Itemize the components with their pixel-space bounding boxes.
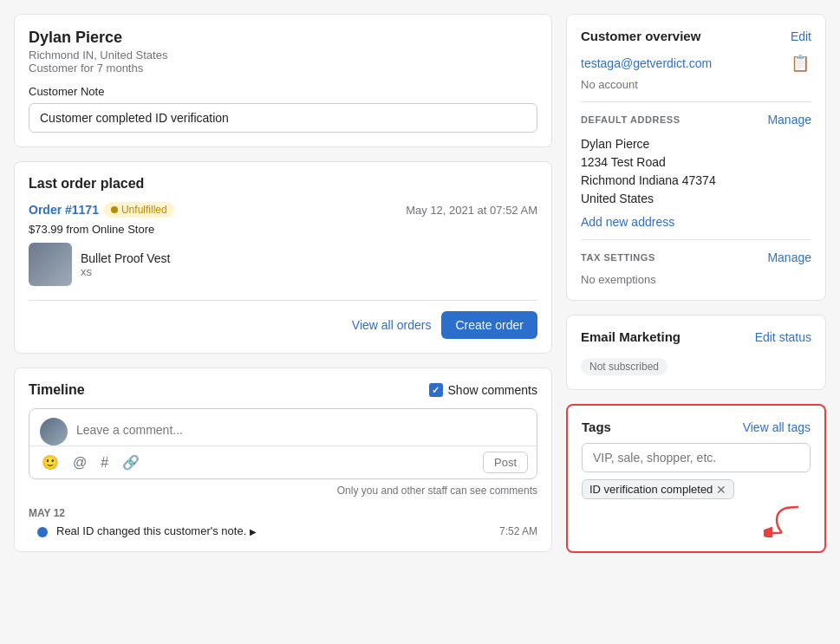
tags-title: Tags	[582, 420, 611, 434]
tag-remove-button[interactable]: ✕	[716, 484, 726, 496]
hashtag-button[interactable]: #	[97, 453, 112, 472]
timeline-event-row: Real ID changed this customer's note. ▶ …	[29, 524, 537, 537]
avatar-inner	[40, 418, 68, 446]
view-all-orders-link[interactable]: View all orders	[352, 318, 432, 332]
default-address-label: DEFAULT ADDRESS	[581, 114, 680, 125]
customer-location: Richmond IN, United States	[29, 49, 537, 62]
customer-overview-card: Customer overview Edit testaga@getverdic…	[566, 14, 826, 301]
address-section-header: DEFAULT ADDRESS Manage	[581, 113, 811, 127]
emoji-button[interactable]: 🙂	[38, 452, 62, 472]
unfulfilled-badge: Unfulfilled	[104, 202, 174, 218]
email-marketing-header: Email Marketing Edit status	[581, 329, 811, 344]
edit-customer-button[interactable]: Edit	[791, 29, 811, 43]
customer-overview-title: Customer overview	[581, 29, 700, 43]
email-marketing-card: Email Marketing Edit status Not subscrib…	[566, 315, 826, 390]
arrow-indicator	[582, 503, 807, 537]
order-product-row: Bullet Proof Vest xs	[29, 243, 537, 286]
manage-address-button[interactable]: Manage	[767, 113, 811, 127]
timeline-event-time: 7:52 AM	[499, 525, 537, 537]
timeline-card: Timeline Show comments 🙂 @ # 🔗	[14, 368, 552, 552]
copy-email-button[interactable]: 📋	[789, 52, 811, 75]
create-order-button[interactable]: Create order	[441, 311, 537, 339]
not-subscribed-badge: Not subscribed	[581, 358, 667, 375]
comment-toolbar: 🙂 @ # 🔗 Post	[29, 446, 537, 478]
timeline-dot	[37, 527, 48, 537]
last-order-card: Last order placed Order #1171 Unfulfille…	[14, 161, 552, 354]
view-all-tags-button[interactable]: View all tags	[743, 420, 811, 434]
mention-button[interactable]: @	[69, 453, 90, 472]
order-number-link[interactable]: Order #1171	[29, 203, 99, 217]
tags-card: Tags View all tags ID verification compl…	[566, 404, 826, 553]
comment-box: 🙂 @ # 🔗 Post	[29, 408, 537, 479]
tag-chip: ID verification completed ✕	[582, 479, 734, 499]
timeline-title: Timeline	[29, 382, 85, 398]
tax-settings-label: TAX SETTINGS	[581, 252, 655, 263]
tags-input[interactable]	[582, 443, 811, 472]
link-button[interactable]: 🔗	[119, 452, 143, 472]
comment-input[interactable]	[76, 418, 526, 442]
product-image	[29, 243, 72, 286]
badge-dot	[111, 206, 118, 213]
last-order-title: Last order placed	[29, 176, 537, 192]
tax-section-header: TAX SETTINGS Manage	[581, 250, 811, 264]
manage-tax-button[interactable]: Manage	[767, 250, 811, 264]
product-name: Bullet Proof Vest	[81, 251, 171, 265]
no-exemptions-text: No exemptions	[581, 273, 811, 286]
user-avatar	[40, 418, 68, 446]
customer-note-label: Customer Note	[29, 85, 537, 98]
customer-since: Customer for 7 months	[29, 62, 537, 75]
tags-header: Tags View all tags	[582, 420, 811, 434]
no-account-text: No account	[581, 78, 811, 91]
comment-hint: Only you and other staff can see comment…	[29, 485, 537, 497]
customer-info-card: Dylan Pierce Richmond IN, United States …	[14, 14, 552, 147]
timeline-event-text: Real ID changed this customer's note. ▶	[56, 524, 257, 537]
red-arrow-svg	[764, 503, 807, 537]
product-image-inner	[29, 243, 72, 286]
show-comments-label[interactable]: Show comments	[429, 383, 537, 397]
divider-1	[581, 101, 811, 102]
tags-chips-container: ID verification completed ✕	[582, 479, 811, 537]
order-card-actions: View all orders Create order	[29, 300, 537, 339]
product-size: xs	[81, 265, 171, 278]
customer-email-link[interactable]: testaga@getverdict.com	[581, 56, 712, 70]
customer-name: Dylan Pierce	[29, 29, 537, 47]
edit-status-button[interactable]: Edit status	[755, 330, 811, 344]
show-comments-checkbox[interactable]	[429, 383, 443, 397]
timeline-date-group: MAY 12	[29, 507, 537, 519]
customer-overview-header: Customer overview Edit	[581, 29, 811, 43]
order-date: May 12, 2021 at 07:52 AM	[406, 204, 537, 217]
post-button[interactable]: Post	[483, 452, 528, 473]
product-info: Bullet Proof Vest xs	[81, 251, 171, 278]
email-row: testaga@getverdict.com 📋	[581, 52, 811, 75]
customer-note-input[interactable]	[29, 103, 537, 133]
order-amount: $73.99 from Online Store	[29, 223, 537, 236]
email-marketing-title: Email Marketing	[581, 329, 680, 344]
add-new-address-link[interactable]: Add new address	[581, 215, 811, 229]
divider-2	[581, 239, 811, 240]
timeline-header: Timeline Show comments	[29, 382, 537, 398]
address-text: Dylan Pierce 1234 Test Road Richmond Ind…	[581, 135, 811, 208]
